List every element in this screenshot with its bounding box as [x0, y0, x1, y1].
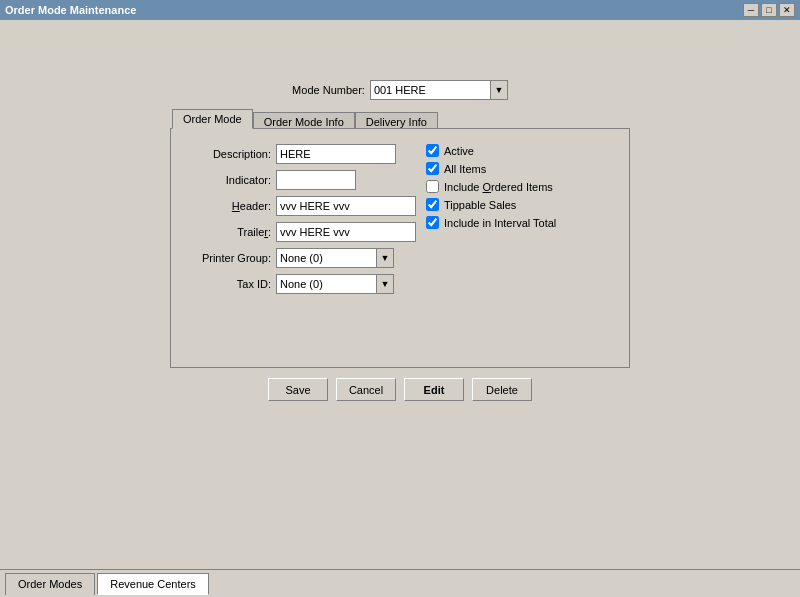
save-button[interactable]: Save: [268, 378, 328, 401]
tippable-label: Tippable Sales: [444, 199, 516, 211]
bottom-tab-order-modes[interactable]: Order Modes: [5, 573, 95, 595]
tax-id-row: Tax ID: ▼: [181, 274, 416, 294]
include-interval-row: Include in Interval Total: [426, 216, 619, 229]
window-title: Order Mode Maintenance: [5, 4, 136, 16]
header-row: Header:: [181, 196, 416, 216]
indicator-row: Indicator:: [181, 170, 416, 190]
tax-id-label: Tax ID:: [181, 278, 271, 290]
mode-number-select: ▼: [370, 80, 508, 100]
title-bar: Order Mode Maintenance ─ □ ✕: [0, 0, 800, 20]
tab-columns: Description: Indicator: Header:: [181, 144, 619, 300]
mode-number-dropdown-btn[interactable]: ▼: [490, 80, 508, 100]
bottom-buttons: Save Cancel Edit Delete: [268, 368, 532, 411]
indicator-input[interactable]: [276, 170, 356, 190]
col-left: Description: Indicator: Header:: [181, 144, 416, 300]
delete-button[interactable]: Delete: [472, 378, 532, 401]
printer-group-row: Printer Group: ▼: [181, 248, 416, 268]
tabs-container: Order Mode Order Mode Info Delivery Info: [170, 108, 630, 368]
all-items-checkbox[interactable]: [426, 162, 439, 175]
header-label: Header:: [181, 200, 271, 212]
include-interval-label: Include in Interval Total: [444, 217, 556, 229]
indicator-label: Indicator:: [181, 174, 271, 186]
printer-group-dropdown-btn[interactable]: ▼: [376, 248, 394, 268]
printer-group-select-wrap: ▼: [276, 248, 394, 268]
close-button[interactable]: ✕: [779, 3, 795, 17]
mode-number-row: Mode Number: ▼: [292, 80, 508, 100]
trailer-row: Trailer:: [181, 222, 416, 242]
include-ordered-row: Include Ordered Items: [426, 180, 619, 193]
tab-order-mode[interactable]: Order Mode: [172, 109, 253, 129]
include-ordered-label: Include Ordered Items: [444, 181, 553, 193]
printer-group-input[interactable]: [276, 248, 376, 268]
description-input[interactable]: [276, 144, 396, 164]
mode-number-input[interactable]: [370, 80, 490, 100]
trailer-label: Trailer:: [181, 226, 271, 238]
description-label: Description:: [181, 148, 271, 160]
tax-id-select-wrap: ▼: [276, 274, 394, 294]
main-content: Mode Number: ▼ Order Mode Order Mode Inf…: [0, 20, 800, 597]
maximize-button[interactable]: □: [761, 3, 777, 17]
tippable-checkbox[interactable]: [426, 198, 439, 211]
active-label: Active: [444, 145, 474, 157]
edit-button[interactable]: Edit: [404, 378, 464, 401]
description-row: Description:: [181, 144, 416, 164]
bottom-bar: Order Modes Revenue Centers: [0, 569, 800, 597]
active-row: Active: [426, 144, 619, 157]
tab-strip: Order Mode Order Mode Info Delivery Info: [172, 108, 630, 128]
tippable-row: Tippable Sales: [426, 198, 619, 211]
tax-id-input[interactable]: [276, 274, 376, 294]
col-right: Active All Items Include Ordered Items: [426, 144, 619, 300]
window-controls: ─ □ ✕: [743, 3, 795, 17]
tax-id-dropdown-btn[interactable]: ▼: [376, 274, 394, 294]
active-checkbox[interactable]: [426, 144, 439, 157]
minimize-button[interactable]: ─: [743, 3, 759, 17]
tab-panel: Description: Indicator: Header:: [170, 128, 630, 368]
include-interval-checkbox[interactable]: [426, 216, 439, 229]
center-area: Mode Number: ▼ Order Mode Order Mode Inf…: [0, 20, 800, 569]
mode-number-label: Mode Number:: [292, 84, 365, 96]
header-input[interactable]: [276, 196, 416, 216]
bottom-tab-revenue-centers[interactable]: Revenue Centers: [97, 573, 209, 595]
all-items-row: All Items: [426, 162, 619, 175]
include-ordered-checkbox[interactable]: [426, 180, 439, 193]
cancel-button[interactable]: Cancel: [336, 378, 396, 401]
trailer-input[interactable]: [276, 222, 416, 242]
all-items-label: All Items: [444, 163, 486, 175]
printer-group-label: Printer Group:: [181, 252, 271, 264]
